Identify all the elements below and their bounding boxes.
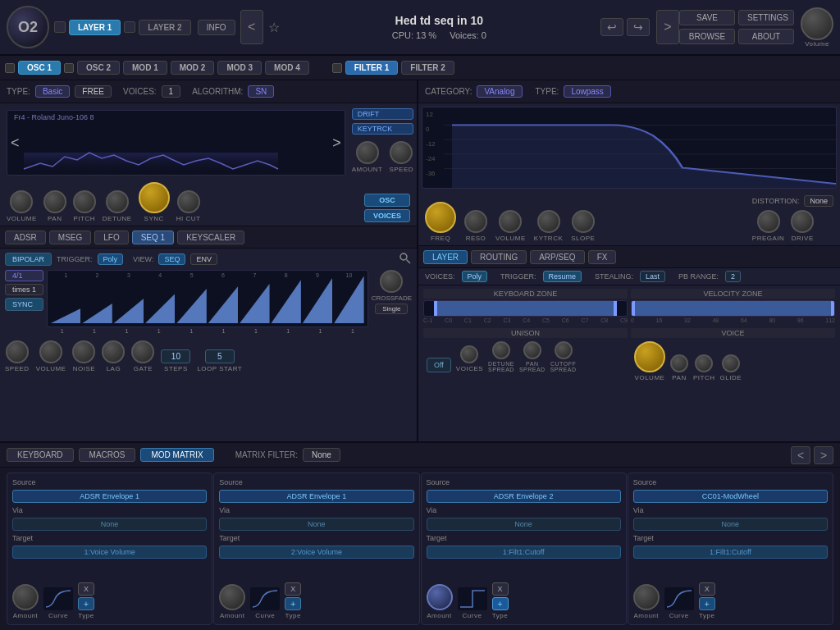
step-bar-9[interactable] bbox=[303, 278, 332, 323]
noise-knob[interactable] bbox=[72, 340, 95, 363]
tab-seq1[interactable]: SEQ 1 bbox=[132, 231, 174, 244]
type-free[interactable]: FREE bbox=[75, 85, 112, 98]
step-bar-2[interactable] bbox=[82, 304, 112, 323]
pan-knob[interactable] bbox=[43, 190, 66, 213]
browse-button[interactable]: BROWSE bbox=[679, 29, 735, 44]
mod-slot-1-type-plus-button[interactable]: + bbox=[78, 597, 94, 610]
category-val[interactable]: VAnalog bbox=[477, 85, 522, 98]
tab-layer[interactable]: LAYER bbox=[423, 250, 468, 264]
tab-osc2[interactable]: OSC 2 bbox=[77, 61, 120, 75]
slope-knob[interactable] bbox=[572, 210, 595, 233]
mod-slot-1-type-x-button[interactable]: X bbox=[78, 582, 94, 596]
gate-knob[interactable] bbox=[131, 340, 154, 363]
trigger-poly-val[interactable]: Poly bbox=[98, 253, 124, 265]
keytrck-button[interactable]: KEYTRCK bbox=[352, 123, 413, 135]
voice-pitch-knob[interactable] bbox=[695, 354, 713, 372]
mod-slot-4-target-val[interactable]: 1:Filt1:Cutoff bbox=[633, 546, 828, 559]
tab-mod1[interactable]: MOD 1 bbox=[123, 61, 167, 75]
stealing-last-val[interactable]: Last bbox=[640, 271, 665, 282]
matrix-prev-button[interactable]: < bbox=[791, 446, 810, 464]
algorithm-val[interactable]: SN bbox=[248, 85, 274, 98]
tab-filter2[interactable]: FILTER 2 bbox=[401, 61, 454, 75]
pitch-knob[interactable] bbox=[73, 190, 96, 213]
voices-val[interactable]: 1 bbox=[162, 85, 181, 98]
mod-slot-3-source-val[interactable]: ADSR Envelope 2 bbox=[427, 490, 621, 503]
reso-knob[interactable] bbox=[464, 210, 487, 233]
keyboard-zone-left-handle[interactable] bbox=[434, 301, 437, 316]
sync-button[interactable]: SYNC bbox=[5, 298, 43, 311]
steps-input[interactable]: 10 bbox=[161, 349, 190, 363]
save-button[interactable]: SAVE bbox=[679, 10, 735, 25]
pb-range-val[interactable]: 2 bbox=[725, 271, 741, 282]
tab-fx[interactable]: FX bbox=[588, 250, 617, 264]
voice-pan-knob[interactable] bbox=[670, 354, 688, 372]
mod-slot-3-via-val[interactable]: None bbox=[427, 518, 621, 531]
mod-slot-4-type-x-button[interactable]: X bbox=[699, 582, 715, 596]
matrix-filter-val[interactable]: None bbox=[303, 448, 340, 462]
mod-slot-2-source-val[interactable]: ADSR Envelope 1 bbox=[219, 490, 413, 503]
mod-slot-4-via-val[interactable]: None bbox=[633, 518, 828, 531]
keyboard-zone-bar[interactable] bbox=[423, 300, 628, 317]
settings-button[interactable]: SETTINGS bbox=[738, 10, 794, 25]
view-seq-btn[interactable]: SEQ bbox=[158, 253, 185, 265]
tab-mod4[interactable]: MOD 4 bbox=[265, 61, 309, 75]
search-icon[interactable] bbox=[399, 252, 412, 267]
tab-mod2[interactable]: MOD 2 bbox=[171, 61, 215, 75]
crossfade-val[interactable]: Single bbox=[375, 304, 408, 314]
voices-poly-val[interactable]: Poly bbox=[462, 271, 488, 282]
mod-slot-3-target-val[interactable]: 1:Filt1:Cutoff bbox=[427, 546, 621, 559]
step-bar-5[interactable] bbox=[176, 289, 206, 323]
view-env-btn[interactable]: ENV bbox=[190, 253, 217, 265]
unison-off-button[interactable]: Off bbox=[427, 358, 451, 372]
bipolar-button[interactable]: BIPOLAR bbox=[5, 253, 52, 266]
mod-slot-3-amount-knob[interactable] bbox=[427, 584, 453, 610]
distortion-val[interactable]: None bbox=[804, 195, 833, 207]
cutoff-spread-knob[interactable] bbox=[555, 341, 573, 359]
time-div-val[interactable]: 4/1 bbox=[5, 270, 43, 281]
velocity-zone-bar[interactable] bbox=[631, 300, 835, 317]
mod-slot-3-type-x-button[interactable]: X bbox=[492, 582, 509, 596]
nav-right-button[interactable]: > bbox=[656, 10, 679, 44]
mod-slot-2-type-plus-button[interactable]: + bbox=[285, 597, 301, 610]
lag-knob[interactable] bbox=[102, 340, 125, 363]
tab-filter1[interactable]: FILTER 1 bbox=[345, 61, 399, 75]
tab-lfo[interactable]: LFO bbox=[94, 231, 128, 244]
mod-slot-1-target-val[interactable]: 1:Voice Volume bbox=[12, 546, 207, 559]
voices-unison-knob[interactable] bbox=[460, 345, 478, 363]
osc-volume-knob[interactable] bbox=[10, 190, 33, 213]
drive-knob[interactable] bbox=[791, 210, 814, 233]
volume-knob[interactable] bbox=[801, 7, 833, 40]
tab-mod3[interactable]: MOD 3 bbox=[217, 61, 262, 75]
voice-volume-knob[interactable] bbox=[634, 341, 665, 372]
mod-slot-3-type-plus-button[interactable]: + bbox=[492, 597, 509, 610]
mod-slot-4-type-plus-button[interactable]: + bbox=[699, 597, 715, 610]
tab-routing[interactable]: ROUTING bbox=[471, 250, 527, 264]
detune-spread-knob[interactable] bbox=[492, 341, 510, 359]
about-button[interactable]: ABOUT bbox=[738, 29, 794, 44]
step-bar-7[interactable] bbox=[240, 284, 269, 323]
drift-button[interactable]: DRIFT bbox=[352, 108, 413, 120]
loop-start-input[interactable]: 5 bbox=[205, 349, 235, 363]
mod-slot-4-source-val[interactable]: CC01-ModWheel bbox=[633, 490, 828, 503]
step-bar-10[interactable] bbox=[334, 276, 363, 323]
tab-mseg[interactable]: MSEG bbox=[49, 231, 91, 244]
info-button[interactable]: INFO bbox=[198, 20, 235, 35]
velocity-zone-left-handle[interactable] bbox=[632, 301, 635, 316]
waveform-next-button[interactable]: > bbox=[332, 135, 341, 152]
mod-slot-2-target-val[interactable]: 2:Voice Volume bbox=[219, 546, 413, 559]
matrix-next-button[interactable]: > bbox=[814, 446, 833, 464]
redo-button[interactable]: ↪ bbox=[627, 18, 650, 36]
step-bar-1[interactable] bbox=[51, 308, 80, 323]
speed-knob[interactable] bbox=[390, 141, 413, 164]
kytrck-knob[interactable] bbox=[537, 210, 560, 233]
keyboard-zone-right-handle[interactable] bbox=[614, 301, 617, 316]
mod-slot-1-amount-knob[interactable] bbox=[12, 584, 39, 610]
mod-slot-2-amount-knob[interactable] bbox=[219, 584, 245, 610]
trigger-resume-val[interactable]: Resume bbox=[543, 271, 582, 282]
tab-arpseq[interactable]: ARP/SEQ bbox=[530, 250, 584, 264]
mod-slot-4-amount-knob[interactable] bbox=[633, 584, 660, 610]
tab-mod-matrix[interactable]: MOD MATRIX bbox=[140, 448, 213, 462]
amount-knob[interactable] bbox=[356, 141, 379, 164]
freq-knob[interactable] bbox=[425, 202, 456, 233]
nav-left-button[interactable]: < bbox=[240, 10, 263, 44]
